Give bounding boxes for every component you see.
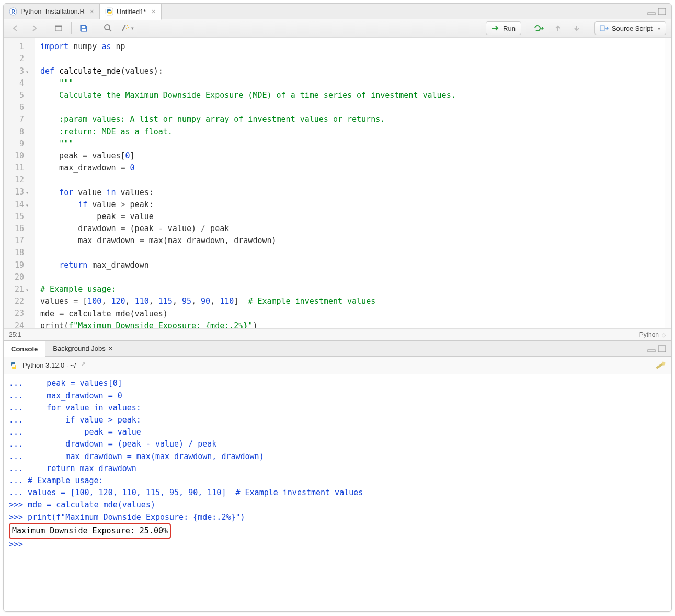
close-icon[interactable]: × (151, 7, 155, 16)
back-button[interactable] (9, 22, 22, 35)
go-down-button[interactable] (570, 22, 584, 35)
python-file-icon (105, 7, 113, 16)
close-icon[interactable]: × (90, 7, 94, 16)
tab-label: Python_Installation.R (20, 7, 85, 15)
save-button[interactable] (77, 22, 90, 35)
language-indicator[interactable]: Python (639, 331, 659, 338)
svg-rect-16 (658, 346, 666, 352)
language-menu-icon[interactable]: ◇ (662, 332, 666, 338)
code-editor[interactable]: 123▾45678910111213▾14▾15161718192021▾222… (4, 38, 671, 328)
close-icon[interactable]: × (109, 345, 113, 352)
tab-untitled1[interactable]: Untitled1* × (100, 4, 162, 20)
tab-label: Untitled1* (117, 8, 146, 16)
console-panel: Console Background Jobs× Python 3.12.0 ·… (4, 340, 671, 611)
code-area[interactable]: import numpy as np def calculate_mde(val… (35, 38, 665, 328)
console-title: Python 3.12.0 · ~/ (22, 361, 76, 369)
console-window-controls (647, 345, 671, 352)
run-icon (491, 25, 500, 31)
clear-console-button[interactable] (656, 361, 666, 370)
svg-rect-6 (55, 26, 62, 27)
forward-button[interactable] (28, 22, 41, 35)
source-label: Source Script (612, 25, 653, 32)
console-output[interactable]: ... peak = values[0]... max_drawdown = 0… (4, 374, 671, 611)
line-gutter: 123▾45678910111213▾14▾15161718192021▾222… (4, 38, 35, 328)
maximize-pane-icon[interactable] (658, 8, 666, 15)
show-in-new-window-button[interactable] (52, 22, 66, 35)
editor-scrollbar[interactable] (665, 38, 671, 328)
source-icon (600, 25, 609, 31)
svg-point-9 (105, 25, 110, 30)
svg-rect-7 (82, 29, 86, 31)
svg-rect-14 (600, 26, 604, 31)
chevron-down-icon: ▾ (658, 26, 660, 31)
svg-rect-4 (658, 8, 666, 15)
window-controls (647, 8, 671, 15)
run-label: Run (503, 25, 516, 32)
svg-rect-3 (648, 13, 655, 15)
svg-rect-8 (82, 26, 85, 28)
editor-tabs: R Python_Installation.R × Untitled1* × (4, 4, 671, 19)
cursor-position: 25:1 (9, 331, 21, 338)
editor-toolbar: ▾ Run Source Script ▾ (4, 19, 671, 38)
popout-icon[interactable] (80, 362, 87, 369)
console-tabs: Console Background Jobs× (4, 341, 671, 357)
editor-status-bar: 25:1 Python ◇ (4, 328, 671, 340)
svg-point-12 (128, 27, 129, 28)
find-button[interactable] (101, 22, 115, 35)
maximize-pane-icon[interactable] (658, 345, 666, 352)
tab-python-installation[interactable]: R Python_Installation.R × (4, 4, 100, 19)
run-button[interactable]: Run (486, 21, 521, 35)
svg-rect-15 (648, 350, 655, 352)
tab-background-jobs[interactable]: Background Jobs× (45, 341, 120, 357)
minimize-pane-icon[interactable] (647, 8, 656, 15)
svg-line-10 (109, 29, 111, 31)
r-file-icon: R (9, 7, 17, 16)
svg-point-13 (126, 28, 127, 29)
svg-text:R: R (11, 9, 15, 15)
console-header: Python 3.12.0 · ~/ (4, 357, 671, 374)
minimize-pane-icon[interactable] (647, 345, 656, 352)
svg-point-11 (127, 25, 128, 26)
rerun-button[interactable] (532, 22, 546, 35)
go-up-button[interactable] (551, 22, 565, 35)
code-tools-button[interactable]: ▾ (120, 22, 134, 35)
python-icon (9, 361, 18, 370)
source-script-button[interactable]: Source Script ▾ (594, 21, 666, 35)
tab-console[interactable]: Console (4, 341, 45, 357)
